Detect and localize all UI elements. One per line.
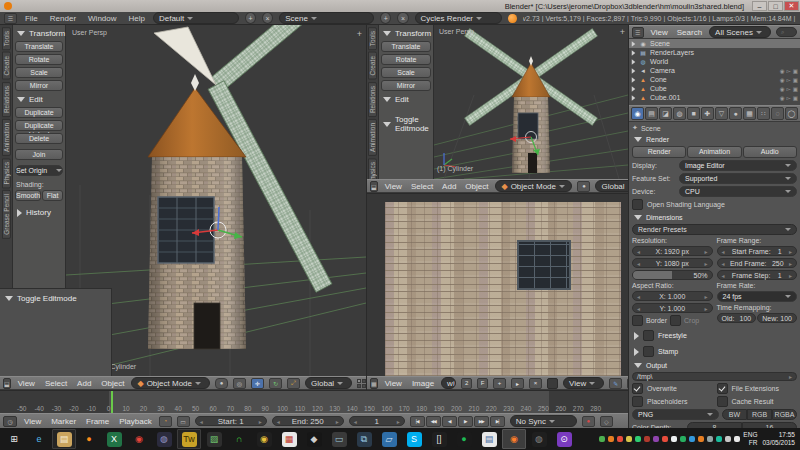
outliner-row[interactable]: ◉ Scene ◉▻▣ [629,39,800,48]
viewport-menu-item[interactable]: Select [409,182,435,191]
expander-icon[interactable] [632,68,636,74]
toolshelf-tab[interactable]: Tools [368,27,377,50]
taskbar-icon[interactable]: ◍ [527,429,551,449]
pivot-center-icon[interactable]: ◎ [233,378,246,389]
properties-tab[interactable]: ◌ [771,107,784,120]
properties-tab[interactable]: ▤ [645,107,658,120]
orientation-select[interactable]: Global [305,377,352,389]
transport-button[interactable]: ▶▶ [474,416,489,427]
taskbar-icon[interactable]: e [27,429,51,449]
transport-button[interactable]: ▶ [458,416,473,427]
tray-icon[interactable] [635,436,641,442]
outliner-menu-item[interactable]: Search [675,28,704,37]
outliner-item-label[interactable]: Camera [650,67,675,74]
viewport-menu-item[interactable]: View [383,182,404,191]
outliner-row[interactable]: ▲ Cube.001 ◉▻▣ [629,93,800,102]
menu-item[interactable]: Window [86,14,118,23]
crop-checkbox[interactable] [670,315,681,326]
taskbar-icon[interactable]: [] [427,429,451,449]
image-editor-menu-item[interactable]: View [383,379,404,388]
tray-icon[interactable] [662,436,668,442]
close-button[interactable]: ✕ [784,1,799,11]
taskbar-icon[interactable]: ▱ [377,429,401,449]
delete-layout-button[interactable]: × [262,12,273,24]
transform-button[interactable]: Translate [15,41,63,52]
transport-button[interactable]: ▶| [490,416,505,427]
end-frame-field[interactable]: ◂End Frame:250▸ [717,258,798,268]
taskbar-icon[interactable]: ∩ [227,429,251,449]
start-frame-field[interactable]: ◂Start: 1▸ [195,416,267,426]
scene-select[interactable]: Scene [279,12,374,24]
mode-select[interactable]: ◆Object Mode [495,180,572,192]
tray-icon[interactable] [707,436,713,442]
viewport-main[interactable]: User Persp (1) Cylinder + ToolsCreateRel… [0,25,366,390]
render-toggle-icon[interactable]: ▣ [793,95,798,101]
open-image-icon[interactable]: ▸ [511,378,524,389]
taskbar-icon[interactable]: ⧉ [352,429,376,449]
toolshelf-tab[interactable]: Create [368,52,377,80]
render-action-button[interactable]: Render [632,146,686,158]
add-scene-button[interactable]: + [380,12,391,24]
new-image-icon[interactable]: + [493,378,506,389]
outliner-search-input[interactable]: ⌕ [776,27,797,37]
outliner-item-label[interactable]: RenderLayers [650,49,694,56]
outliner-menu-item[interactable]: View [649,28,670,37]
transform-button[interactable]: Rotate [15,54,63,65]
taskbar-icon[interactable]: ◉ [252,429,276,449]
resolution-x-field[interactable]: ◂X: 1920 px▸ [632,246,713,256]
editor-type-icon[interactable]: ◷ [3,416,17,427]
tray-icon[interactable] [725,436,731,442]
aspect-x-field[interactable]: ◂X: 1.000▸ [632,291,713,301]
edit-button[interactable]: Duplicate [15,107,63,118]
folder-icon[interactable]: ▸ [789,373,792,380]
outliner-item-label[interactable]: World [650,58,668,65]
viewport-secondary[interactable]: User Persp (1) Cylinder + ToolsCreateRel… [366,25,628,193]
device-select[interactable]: CPU [679,186,797,197]
properties-tab[interactable]: ◯ [785,107,798,120]
toolshelf-tab[interactable]: Grease Pencil [2,190,11,239]
taskbar-icon[interactable]: ▦ [277,429,301,449]
toolshelf-tab[interactable]: Physics [2,158,11,188]
channel-button[interactable]: RGBA [772,409,797,420]
toolshelf-tab[interactable]: Relations [2,82,11,117]
tray-icon[interactable] [608,436,614,442]
preview-range-icon[interactable]: ◔ [159,416,172,427]
properties-tab[interactable]: ◪ [659,107,672,120]
taskbar-icon[interactable]: ▤ [477,429,501,449]
hide-icon[interactable]: ◉ [780,77,785,83]
image-editor[interactable]: ▦ ViewImage window-484596_1 2 F + ▸ × Vi… [366,193,628,390]
border-checkbox[interactable] [632,315,643,326]
outliner-filter-select[interactable]: All Scenes [709,26,771,38]
tray-icon[interactable] [698,436,704,442]
stamp-checkbox[interactable] [643,346,654,357]
selectable-icon[interactable]: ▻ [787,68,791,74]
frame-rate-select[interactable]: 24 fps [717,291,798,302]
editor-type-icon[interactable]: ☰ [632,27,644,38]
feature-set-select[interactable]: Supported [679,173,797,184]
image-view-select[interactable]: View [563,377,604,389]
viewport-menu-item[interactable]: Object [463,182,490,191]
freestyle-checkbox[interactable] [643,330,654,341]
taskbar-clock[interactable]: ENG 17:55 FR 03/05/2015 [743,431,795,448]
tray-icon[interactable] [671,436,677,442]
manipulator-scale-icon[interactable]: ⤢ [287,378,300,389]
toolshelf-tab[interactable]: Animation [2,119,11,156]
properties-tab[interactable]: ● [729,107,742,120]
render-toggle-icon[interactable]: ▣ [793,77,798,83]
transform-panel-header[interactable]: Transform [15,27,63,39]
paint-mode-icon[interactable]: ✎ [609,378,622,389]
freestyle-panel-header[interactable]: Freestyle [632,328,797,342]
stamp-panel-header[interactable]: Stamp [632,344,797,358]
overwrite-checkbox[interactable] [632,383,643,394]
expander-icon[interactable] [632,50,636,56]
viewport-menu-item[interactable]: Select [43,379,69,388]
edit-panel-header[interactable]: Edit [15,93,63,105]
output-panel-header[interactable]: Output [632,360,797,370]
selectable-icon[interactable]: ▻ [787,86,791,92]
properties-tab[interactable]: ◉ [631,107,644,120]
timeline-menu-item[interactable]: Frame [84,417,111,426]
toolshelf-tab[interactable]: Tools [2,27,11,50]
hide-icon[interactable]: ◉ [780,68,785,74]
manipulator-rotate-icon[interactable]: ↻ [269,378,282,389]
outliner-row[interactable]: ◍ World ◉▻▣ [629,57,800,66]
